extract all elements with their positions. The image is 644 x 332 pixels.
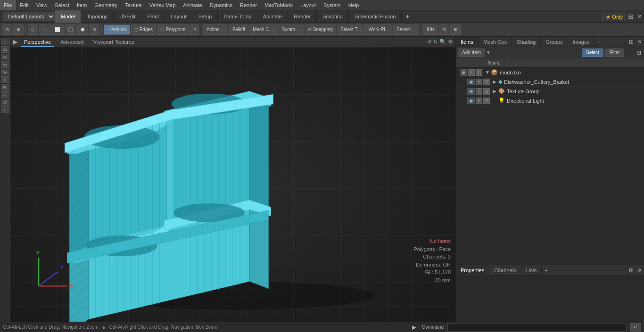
menu-render[interactable]: Render [236, 0, 261, 10]
panel-tab-items[interactable]: Items [456, 37, 479, 47]
grid-btn[interactable]: ⊞ [13, 24, 24, 35]
viewport-tab-advanced[interactable]: Advanced [58, 37, 86, 47]
viewport-collapse-icon[interactable]: ▶ [13, 39, 17, 45]
layout-dropdown[interactable]: Default Layouts [3, 12, 55, 21]
menu-help[interactable]: Help [345, 0, 363, 10]
sidebar-icon-4[interactable]: Me [1, 61, 9, 68]
eye-btn-light[interactable]: ◉ [467, 97, 475, 104]
polygons-btn[interactable]: ⬡ Polygons [157, 24, 189, 35]
vertices-btn[interactable]: ▪ Vertices [104, 24, 130, 35]
viewport-type-btn[interactable]: ⊙ [2, 24, 12, 35]
close-icon[interactable]: ✕ [637, 13, 642, 20]
lock-btn-root[interactable]: + [468, 69, 475, 76]
view-icon2-btn[interactable]: ⊞ [450, 24, 461, 35]
tree-arrow-root[interactable]: ▼ [485, 70, 490, 75]
layout-tab-uvedit[interactable]: UVEdit [114, 10, 141, 23]
sidebar-icon-5[interactable]: Ve [1, 69, 9, 75]
layout-tab-render[interactable]: Render [288, 10, 317, 23]
layout-tab-schematic[interactable]: Schematic Fusion [349, 10, 402, 23]
items-expand-icon[interactable]: ⊞ [636, 49, 642, 56]
viewport-tab-textures[interactable]: Viewport Textures [90, 37, 137, 47]
scale-tool[interactable]: ⬜ [51, 24, 64, 35]
layout-tab-gametools[interactable]: Game Tools [218, 10, 257, 23]
menu-system[interactable]: System [320, 0, 345, 10]
items-minus-icon[interactable]: — [626, 49, 634, 56]
rotate-tool[interactable]: ◯ [65, 24, 76, 35]
menu-geometry[interactable]: Geometry [91, 0, 121, 10]
tree-row-texture[interactable]: ◉ + ◫ ▶ 🎨 Texture Group [456, 87, 644, 96]
item-select-btn[interactable]: □ [190, 24, 199, 35]
sidebar-icon-6[interactable]: E [1, 76, 9, 83]
menu-animate[interactable]: Animate [179, 0, 206, 10]
menu-item[interactable]: Item [73, 0, 91, 10]
panel-tab-images[interactable]: Images [568, 37, 595, 47]
panel-tab-groups[interactable]: Groups [541, 37, 568, 47]
prop-expand-icon[interactable]: ⊞ [627, 267, 636, 274]
sidebar-icon-3[interactable]: Du [1, 54, 9, 60]
menu-file[interactable]: File [0, 0, 16, 10]
command-arrow[interactable]: ▶ [412, 324, 416, 331]
lock-btn-mesh[interactable]: + [476, 79, 482, 85]
fit-icon[interactable]: ↻ [433, 39, 438, 45]
settings-icon[interactable]: ⚙ [448, 39, 453, 45]
menu-dynamics[interactable]: Dynamics [206, 0, 236, 10]
select-tool-btn[interactable]: Select T... [337, 24, 364, 35]
move-tool[interactable]: ↔ [39, 24, 50, 35]
prop-plus[interactable]: + [542, 265, 550, 275]
panel-tab-plus[interactable]: + [595, 37, 603, 47]
edges-btn[interactable]: ◻ Edges [131, 24, 156, 35]
wire-btn-root[interactable]: ◫ [476, 69, 482, 76]
sidebar-icon-9[interactable]: UV [1, 99, 9, 105]
prop-tab-lists[interactable]: Lists [521, 265, 542, 275]
layout-tab-scripting[interactable]: Scripting [317, 10, 349, 23]
prop-close-icon[interactable]: ✕ [636, 267, 644, 274]
expand-icon[interactable]: ⊞ [628, 13, 634, 20]
eye-btn-texture[interactable]: ◉ [467, 88, 475, 95]
prop-tab-channels[interactable]: Channels [489, 265, 521, 275]
sidebar-icon-8[interactable]: C [1, 91, 9, 98]
menu-texture[interactable]: Texture [121, 0, 146, 10]
wire-btn-texture[interactable]: ◫ [483, 88, 490, 95]
layout-tab-layout[interactable]: Layout [165, 10, 192, 23]
action-btn[interactable]: Action ... [203, 24, 228, 35]
wire-btn-light[interactable]: ◫ [483, 97, 490, 104]
view-icon1-btn[interactable]: ⊙ [439, 24, 449, 35]
falloff-btn[interactable]: Falloff [229, 24, 248, 35]
sidebar-icon-1[interactable]: Fi [1, 39, 9, 45]
layout-tab-plus[interactable]: + [402, 10, 413, 23]
tree-arrow-texture[interactable]: ▶ [493, 89, 497, 94]
menu-maxtomodo[interactable]: MaxToModo [261, 0, 297, 10]
arrow-tool[interactable]: ◇ [28, 24, 38, 35]
tree-arrow-mesh[interactable]: ▶ [493, 79, 497, 84]
filter-button[interactable]: Filter [605, 49, 624, 57]
layout-tab-animate[interactable]: Animate [257, 10, 288, 23]
viewport-tab-perspective[interactable]: Perspective [21, 37, 54, 47]
mesh-btn[interactable]: Mesh C ... [249, 24, 278, 35]
menu-view[interactable]: View [33, 0, 51, 10]
work-pl-btn[interactable]: Work Pl... [365, 24, 392, 35]
layout-tab-paint[interactable]: Paint [141, 10, 165, 23]
panel-tab-meshops[interactable]: Mesh Ops [479, 37, 512, 47]
panel-tab-shading[interactable]: Shading [512, 37, 541, 47]
snap-tool[interactable]: ⊙ [89, 24, 99, 35]
command-submit-btn[interactable]: ↵ [630, 323, 641, 332]
panel-expand-icon[interactable]: ⊞ [627, 39, 636, 45]
tree-row-light[interactable]: ◉ + ◫ 💡 Directional Light [456, 96, 644, 105]
menu-select[interactable]: Select [51, 0, 73, 10]
select-button[interactable]: Select [582, 49, 603, 57]
wire-btn-mesh[interactable]: ◫ [483, 79, 490, 85]
layout-tab-topology[interactable]: Topology [81, 10, 114, 23]
viewport-canvas[interactable]: X Y Z No Items Polygons : Face Channels:… [10, 47, 455, 322]
command-input[interactable] [447, 323, 627, 332]
sidebar-icon-2[interactable]: De [1, 46, 9, 53]
layout-tab-model[interactable]: Model [55, 10, 81, 23]
kits-btn[interactable]: Kits [423, 24, 438, 35]
menu-edit[interactable]: Edit [16, 0, 33, 10]
eye-btn-root[interactable]: ◉ [460, 69, 467, 76]
star-only-button[interactable]: ★ Only [603, 12, 626, 21]
tree-row-mesh[interactable]: ◉ + ◫ ▶ ◆ Dishwasher_Cutlery_Basket [456, 77, 644, 87]
transform-tool[interactable]: ⬟ [77, 24, 88, 35]
layout-tab-setup[interactable]: Setup [192, 10, 218, 23]
search-icon[interactable]: 🔍 [439, 39, 446, 45]
prop-tab-properties[interactable]: Properties [456, 265, 489, 275]
